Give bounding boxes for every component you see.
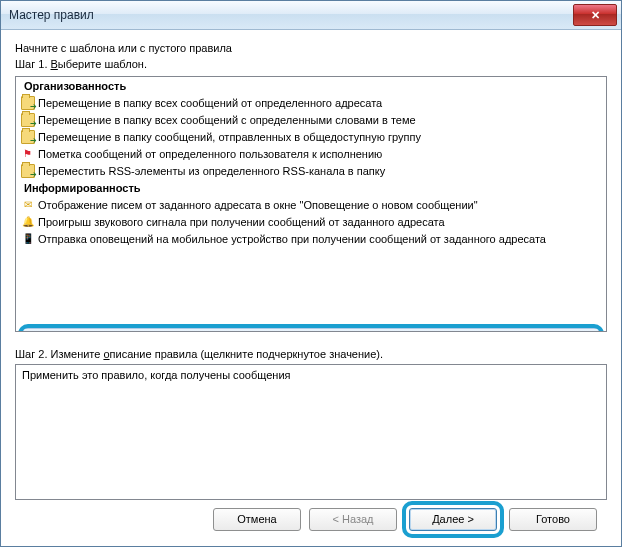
folder-move-icon: ➔	[20, 112, 35, 127]
close-icon: ✕	[591, 9, 600, 22]
list-item[interactable]: ⚑Пометка сообщений от определенного поль…	[16, 145, 606, 162]
rule-description-box[interactable]: Применить это правило, когда получены со…	[15, 364, 607, 500]
folder-move-icon: ➔	[20, 95, 35, 110]
step2-label: Шаг 2. Измените описание правила (щелкни…	[15, 348, 607, 360]
window-title: Мастер правил	[9, 8, 573, 22]
list-item-selected[interactable]: Применение правила к полученным мной соо…	[23, 328, 599, 332]
list-item[interactable]: ➔Переместить RSS-элементы из определенно…	[16, 162, 606, 179]
selected-item-label: Применение правила к полученным мной соо…	[46, 330, 327, 333]
step1-label: Шаг 1. Выберите шаблон.	[15, 58, 607, 70]
rules-wizard-window: Мастер правил ✕ Начните с шаблона или с …	[0, 0, 622, 547]
list-item[interactable]: ➔Перемещение в папку сообщений, отправле…	[16, 128, 606, 145]
envelope-icon	[28, 329, 43, 332]
button-row: Отмена < Назад Далее > Готово	[15, 500, 607, 538]
flag-icon: ⚑	[20, 146, 35, 161]
description-text: Применить это правило, когда получены со…	[22, 369, 291, 381]
close-button[interactable]: ✕	[573, 4, 617, 26]
template-listbox[interactable]: Организованность ➔Перемещение в папку вс…	[15, 76, 607, 332]
speaker-icon: 🔔	[20, 214, 35, 229]
finish-button[interactable]: Готово	[509, 508, 597, 531]
intro-text: Начните с шаблона или с пустого правила	[15, 42, 607, 54]
phone-icon: 📱	[20, 231, 35, 246]
back-button: < Назад	[309, 508, 397, 531]
list-item[interactable]: ➔Перемещение в папку всех сообщений с оп…	[16, 111, 606, 128]
dialog-body: Начните с шаблона или с пустого правила …	[1, 30, 621, 546]
folder-move-icon: ➔	[20, 129, 35, 144]
titlebar[interactable]: Мастер правил ✕	[1, 1, 621, 30]
list-item[interactable]: 📱Отправка оповещений на мобильное устрой…	[16, 230, 606, 247]
next-button[interactable]: Далее >	[409, 508, 497, 531]
folder-move-icon: ➔	[20, 163, 35, 178]
list-item[interactable]: 🔔Проигрыш звукового сигнала при получени…	[16, 213, 606, 230]
group-header-organization: Организованность	[16, 77, 606, 94]
group-header-awareness: Информированность	[16, 179, 606, 196]
list-item[interactable]: ➔Перемещение в папку всех сообщений от о…	[16, 94, 606, 111]
cancel-button[interactable]: Отмена	[213, 508, 301, 531]
alert-icon: ✉	[20, 197, 35, 212]
list-item[interactable]: ✉Отображение писем от заданного адресата…	[16, 196, 606, 213]
tutorial-highlight-icon: Далее >	[402, 501, 504, 538]
